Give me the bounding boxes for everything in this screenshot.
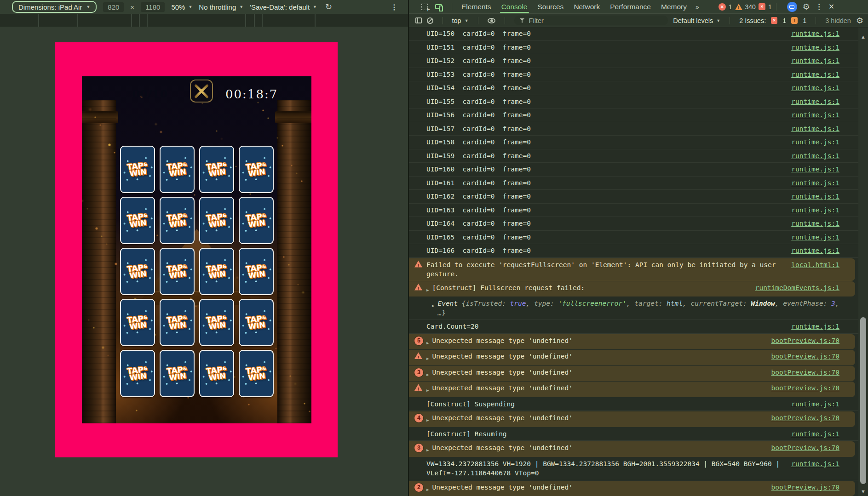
memory-card[interactable]: TAP&WIN xyxy=(239,350,274,397)
clear-console-icon[interactable] xyxy=(427,17,433,24)
tab-sources[interactable]: Sources xyxy=(533,0,569,13)
message-count-icon[interactable]: ✕ xyxy=(759,3,765,10)
console-filter-input[interactable]: Filter xyxy=(514,16,668,25)
memory-card[interactable]: TAP&WIN xyxy=(160,248,195,295)
source-link[interactable]: runtime.js:1 xyxy=(791,165,839,174)
source-link[interactable]: runtime.js:1 xyxy=(791,219,839,228)
hidden-messages-label[interactable]: 3 hidden xyxy=(825,17,851,24)
source-link[interactable]: runtime.js:1 xyxy=(791,110,839,120)
memory-card[interactable]: TAP&WIN xyxy=(160,350,195,397)
rotate-device-icon[interactable]: ↻ xyxy=(325,2,332,12)
memory-card[interactable]: TAP&WIN xyxy=(120,350,155,397)
expand-arrow-icon[interactable]: ▶ xyxy=(426,416,429,425)
memory-card[interactable]: TAP&WIN xyxy=(120,299,155,346)
memory-card[interactable]: TAP&WIN xyxy=(239,299,274,346)
source-link[interactable]: bootPreview.js:70 xyxy=(771,443,839,453)
inspect-element-button[interactable] xyxy=(420,2,429,11)
console-sidebar-icon[interactable] xyxy=(415,17,422,23)
log-levels-select[interactable]: Default levels ▼ xyxy=(673,17,720,24)
source-link[interactable]: runtime.js:1 xyxy=(791,43,839,52)
source-link[interactable]: runtime.js:1 xyxy=(791,137,839,147)
close-devtools-icon[interactable]: ✕ xyxy=(828,2,834,11)
viewport-width-input[interactable]: 820 xyxy=(103,2,124,12)
memory-card[interactable]: TAP&WIN xyxy=(199,248,234,295)
expand-arrow-icon[interactable]: ▶ xyxy=(426,354,429,364)
source-link[interactable]: runtimeDomEvents.js:1 xyxy=(755,283,839,293)
warning-count-icon[interactable] xyxy=(735,4,742,10)
source-link[interactable]: runtime.js:1 xyxy=(791,322,839,331)
source-link[interactable]: local.html:1 xyxy=(791,260,839,270)
source-link[interactable]: runtime.js:1 xyxy=(791,246,839,256)
source-link[interactable]: runtime.js:1 xyxy=(791,233,839,242)
memory-card[interactable]: TAP&WIN xyxy=(199,197,234,244)
source-link[interactable]: runtime.js:1 xyxy=(791,205,839,215)
source-link[interactable]: runtime.js:1 xyxy=(791,83,839,93)
devtools-menu-kebab-icon[interactable]: ⋮ xyxy=(816,2,823,11)
source-link[interactable]: runtime.js:1 xyxy=(791,178,839,188)
source-link[interactable]: runtime.js:1 xyxy=(791,151,839,161)
source-link[interactable]: runtime.js:1 xyxy=(791,399,839,409)
expand-arrow-icon[interactable]: ▶ xyxy=(426,338,429,348)
tab-elements[interactable]: Elements xyxy=(456,0,496,13)
source-link[interactable]: runtime.js:1 xyxy=(791,429,839,439)
source-link[interactable]: runtime.js:1 xyxy=(791,97,839,107)
execution-context-select[interactable]: top ▼ xyxy=(452,17,469,24)
memory-card[interactable]: TAP&WIN xyxy=(120,248,155,295)
media-query-bar[interactable] xyxy=(0,14,408,27)
memory-card[interactable]: TAP&WIN xyxy=(239,197,274,244)
cast-extension-icon[interactable] xyxy=(787,2,797,12)
expand-arrow-icon[interactable]: ▶ xyxy=(426,370,429,380)
dimensions-select[interactable]: Dimensions: iPad Air ▼ xyxy=(12,1,97,13)
expand-arrow-icon[interactable]: ▶ xyxy=(426,485,429,495)
tab-performance[interactable]: Performance xyxy=(605,0,656,13)
save-data-select[interactable]: 'Save-Data': default ▼ xyxy=(250,3,317,11)
source-link[interactable]: bootPreview.js:70 xyxy=(771,352,839,361)
source-link[interactable]: runtime.js:1 xyxy=(791,29,839,39)
viewport-height-input[interactable]: 1180 xyxy=(141,2,165,12)
more-tabs-button[interactable]: » xyxy=(692,3,703,11)
settings-gear-icon[interactable]: ⚙ xyxy=(803,2,810,12)
expand-arrow-icon[interactable]: ▶ xyxy=(426,445,429,455)
close-game-button[interactable] xyxy=(190,80,213,103)
issues-label[interactable]: 2 Issues: xyxy=(739,17,766,24)
zoom-select[interactable]: 50% ▼ xyxy=(171,3,192,11)
memory-card[interactable]: TAP&WIN xyxy=(239,146,274,193)
emulation-menu-kebab-icon[interactable]: ⋮ xyxy=(391,3,398,11)
source-link[interactable]: bootPreview.js:70 xyxy=(771,413,839,423)
scroll-up-arrow-icon[interactable]: ▲ xyxy=(860,34,867,40)
memory-card[interactable]: TAP&WIN xyxy=(239,248,274,295)
memory-card[interactable]: TAP&WIN xyxy=(160,197,195,244)
memory-card[interactable]: TAP&WIN xyxy=(199,299,234,346)
memory-card[interactable]: TAP&WIN xyxy=(120,146,155,193)
source-link[interactable]: bootPreview.js:70 xyxy=(771,383,839,393)
tap-and-win-logo: TAP&WIN xyxy=(245,365,267,382)
console-scrollbar[interactable]: ▲ ▼ xyxy=(858,28,868,496)
memory-card[interactable]: TAP&WIN xyxy=(120,197,155,244)
expand-arrow-icon[interactable]: ▶ xyxy=(426,386,429,395)
scroll-down-arrow-icon[interactable]: ▼ xyxy=(860,489,867,494)
memory-card[interactable]: TAP&WIN xyxy=(160,299,195,346)
game-canvas[interactable]: 00/10 00:18:7 TAP&WINTAP&WINTAP&WINTAP&W… xyxy=(82,76,311,423)
live-expression-eye-icon[interactable] xyxy=(488,18,495,23)
tab-console[interactable]: Console xyxy=(496,0,533,13)
tab-memory[interactable]: Memory xyxy=(656,0,692,13)
source-link[interactable]: runtime.js:1 xyxy=(791,124,839,134)
expand-arrow-icon[interactable]: ▶ xyxy=(432,301,434,311)
source-link[interactable]: bootPreview.js:70 xyxy=(771,336,839,346)
tab-network[interactable]: Network xyxy=(569,0,605,13)
memory-card[interactable]: TAP&WIN xyxy=(199,146,234,193)
throttling-select[interactable]: No throttling ▼ xyxy=(199,3,243,11)
source-link[interactable]: runtime.js:1 xyxy=(791,70,839,80)
source-link[interactable]: bootPreview.js:70 xyxy=(771,483,839,492)
expand-arrow-icon[interactable]: ▶ xyxy=(426,285,429,295)
memory-card[interactable]: TAP&WIN xyxy=(199,350,234,397)
console-settings-gear-icon[interactable]: ⚙ xyxy=(856,16,863,26)
source-link[interactable]: runtime.js:1 xyxy=(791,56,839,66)
source-link[interactable]: runtime.js:1 xyxy=(791,459,839,469)
error-count-icon[interactable]: ✕ xyxy=(719,3,726,11)
memory-card[interactable]: TAP&WIN xyxy=(160,146,195,193)
source-link[interactable]: runtime.js:1 xyxy=(791,192,839,201)
scrollbar-thumb[interactable] xyxy=(860,317,866,484)
toggle-device-toolbar-button[interactable] xyxy=(434,2,443,11)
source-link[interactable]: bootPreview.js:70 xyxy=(771,368,839,377)
